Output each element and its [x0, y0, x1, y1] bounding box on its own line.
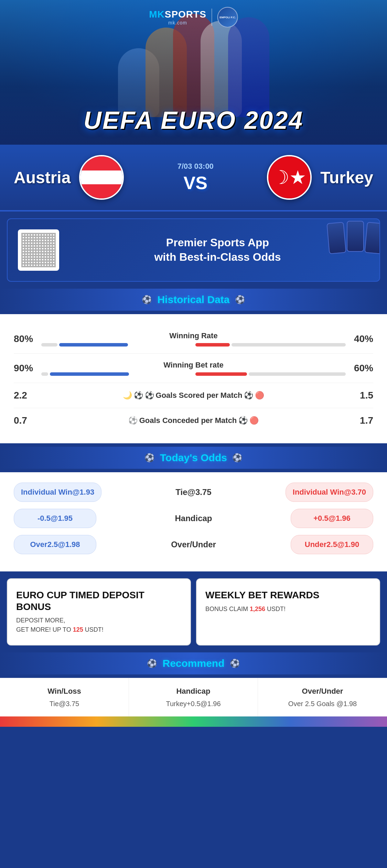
- goals-scored-icons-left: 🌙 ⚽ ⚽ Goals Scored per Match ⚽ 🔴: [123, 391, 265, 400]
- odds-center-handicap: Handicap: [101, 514, 286, 523]
- historical-icon-right: ⚽: [235, 295, 245, 304]
- team-left-name: Austria: [14, 168, 71, 187]
- bonus-deposit-title: EURO CUP TIMED DEPOSIT BONUS: [16, 589, 182, 612]
- rec-header-handicap: Handicap: [136, 687, 251, 696]
- header-banner: MKSPORTS mk.com EMPOLI F.C. UEFA EURO 20…: [0, 0, 387, 145]
- recommend-icon-left: ⚽: [147, 659, 157, 668]
- logo-sports: SPORTS: [165, 9, 206, 20]
- ball-icon-conceded-2: ⚽: [238, 416, 248, 425]
- bonus-card-weekly[interactable]: WEEKLY BET REWARDS BONUS CLAIM 1,256 USD…: [196, 578, 380, 645]
- odds-row-2: -0.5@1.95 Handicap +0.5@1.96: [14, 509, 373, 528]
- ball-icon-conceded-3: 🔴: [249, 416, 259, 425]
- austria-stripe-bot: [80, 184, 122, 198]
- team-right: ☽★ Turkey: [267, 155, 373, 200]
- bar-bg-left-wr: [41, 343, 57, 347]
- rec-value-handicap: Turkey+0.5@1.96: [136, 700, 251, 708]
- austria-flag: [80, 156, 122, 198]
- recommend-icon-right: ⚽: [230, 659, 240, 668]
- bar-left-wrap-wr: [41, 343, 192, 347]
- stat-label-winning-bet: Winning Bet rate: [163, 361, 224, 370]
- stat-middle-goals-conceded: ⚽ Goals Conceded per Match ⚽ 🔴: [41, 416, 346, 425]
- qr-code: [18, 229, 59, 271]
- app-promo-title: Premier Sports App with Best-in-Class Od…: [66, 236, 369, 264]
- odds-row-3: Over2.5@1.98 Over/Under Under2.5@1.90: [14, 535, 373, 554]
- stat-label-winning-rate: Winning Rate: [169, 331, 217, 340]
- odds-center-over-under: Over/Under: [101, 540, 286, 549]
- bonus-weekly-amount: 1,256: [250, 606, 265, 612]
- recommend-col-overunder: Over/Under Over 2.5 Goals @1.98: [258, 678, 387, 716]
- app-promo-text: Premier Sports App with Best-in-Class Od…: [66, 236, 369, 264]
- bonus-weekly-desc-text: BONUS CLAIM: [205, 606, 248, 612]
- bar-container-wb: [41, 372, 346, 376]
- page-title: UEFA EURO 2024: [84, 106, 304, 134]
- bottom-color-bar: [0, 716, 387, 727]
- stat-middle-winning-rate: Winning Rate: [41, 331, 346, 347]
- bonus-deposit-line2: GET MORE! UP TO: [16, 626, 71, 633]
- stat-left-goals-conceded: 0.7: [14, 415, 41, 426]
- team-left: Austria: [14, 155, 124, 200]
- recommend-grid: Win/Loss Tie@3.75 Handicap Turkey+0.5@1.…: [0, 678, 387, 716]
- phone-mock-3: [364, 222, 380, 254]
- bonus-deposit-line1: DEPOSIT MORE,: [16, 617, 65, 624]
- odds-section: Individual Win@1.93 Tie@3.75 Individual …: [0, 472, 387, 571]
- historical-section-header: ⚽ Historical Data ⚽: [0, 289, 387, 311]
- turkey-flag: ☽★: [268, 156, 310, 198]
- stat-right-winning-rate: 40%: [346, 333, 373, 344]
- odds-btn-individual-win-right[interactable]: Individual Win@3.70: [286, 483, 373, 502]
- odds-btn-individual-win-left[interactable]: Individual Win@1.93: [14, 483, 101, 502]
- bonus-deposit-amount: 125: [73, 626, 83, 633]
- odds-btn-over-under-left[interactable]: Over2.5@1.98: [14, 535, 96, 554]
- recommend-section-header: ⚽ Recommend ⚽: [0, 652, 387, 674]
- recommend-col-handicap: Handicap Turkey+0.5@1.96: [129, 678, 258, 716]
- stat-right-goals-conceded: 1.7: [346, 415, 373, 426]
- bar-bg-left-wb: [41, 372, 48, 376]
- ball-icon-3: ⚽: [244, 391, 253, 400]
- bar-container-winning-rate: [41, 343, 346, 347]
- bonus-weekly-currency: USDT!: [267, 606, 286, 612]
- rec-value-overunder: Over 2.5 Goals @1.98: [265, 700, 380, 708]
- historical-data-section: 80% Winning Rate 40%: [0, 314, 387, 443]
- bar-red-wb: [195, 372, 247, 376]
- odds-btn-handicap-right[interactable]: +0.5@1.96: [291, 509, 373, 528]
- stat-middle-winning-bet: Winning Bet rate: [41, 361, 346, 376]
- match-date: 7/03 03:00: [178, 162, 214, 171]
- bar-right-wrap-wb: [195, 372, 346, 376]
- odds-center-tie[interactable]: Tie@3.75: [175, 487, 211, 497]
- goals-conceded-icons: ⚽ Goals Conceded per Match ⚽ 🔴: [128, 416, 259, 425]
- phone-mock-2: [347, 221, 364, 252]
- phone-mockups: [328, 223, 380, 254]
- vs-section: 7/03 03:00 VS: [178, 162, 214, 193]
- bonus-section: EURO CUP TIMED DEPOSIT BONUS DEPOSIT MOR…: [7, 578, 380, 645]
- mk-sports-logo: MKSPORTS mk.com: [149, 9, 206, 25]
- logo-divider: [212, 9, 212, 26]
- club-abbr: EMPOLI F.C.: [219, 16, 236, 19]
- rec-header-overunder: Over/Under: [265, 687, 380, 696]
- bar-red-wr: [195, 343, 230, 347]
- app-promo-section[interactable]: Premier Sports App with Best-in-Class Od…: [7, 218, 380, 282]
- bonus-deposit-desc: DEPOSIT MORE, GET MORE! UP TO 125 USDT!: [16, 616, 104, 634]
- bonus-card-deposit[interactable]: EURO CUP TIMED DEPOSIT BONUS DEPOSIT MOR…: [7, 578, 191, 645]
- stat-label-goals-scored: Goals Scored per Match: [156, 391, 243, 400]
- ball-icon-conceded-1: ⚽: [128, 416, 138, 425]
- bar-right-wrap-wr: [195, 343, 346, 347]
- bar-left-wrap-wb: [41, 372, 192, 376]
- bar-blue-wb: [50, 372, 129, 376]
- odds-btn-handicap-left[interactable]: -0.5@1.95: [14, 509, 96, 528]
- stat-row-winning-rate: 80% Winning Rate 40%: [14, 324, 373, 354]
- bonus-weekly-title: WEEKLY BET REWARDS: [205, 589, 319, 601]
- bar-bg-right-wr: [232, 343, 346, 347]
- logo-area: MKSPORTS mk.com EMPOLI F.C.: [149, 7, 238, 28]
- stat-left-winning-bet: 90%: [14, 363, 41, 374]
- recommend-col-winloss: Win/Loss Tie@3.75: [0, 678, 129, 716]
- logo-mk: MK: [149, 9, 165, 20]
- odds-row-1: Individual Win@1.93 Tie@3.75 Individual …: [14, 483, 373, 502]
- stat-row-goals-conceded: 0.7 ⚽ Goals Conceded per Match ⚽ 🔴 1.7: [14, 408, 373, 433]
- stat-row-winning-bet-rate: 90% Winning Bet rate 60%: [14, 354, 373, 383]
- bonus-deposit-currency: USDT!: [85, 626, 104, 633]
- odds-btn-over-under-right[interactable]: Under2.5@1.90: [291, 535, 373, 554]
- rec-value-winloss: Tie@3.75: [7, 700, 122, 708]
- odds-section-header: ⚽ Today's Odds ⚽: [0, 447, 387, 469]
- stat-left-winning-rate: 80%: [14, 333, 41, 344]
- austria-stripe-mid: [80, 170, 122, 185]
- rec-header-winloss: Win/Loss: [7, 687, 122, 696]
